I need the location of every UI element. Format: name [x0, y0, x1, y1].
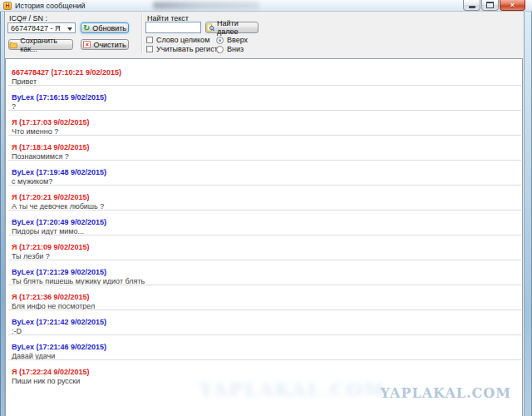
icq-sn-label: ICQ# / SN :	[9, 14, 47, 22]
minimize-icon	[469, 6, 475, 8]
maximize-icon	[486, 2, 494, 8]
folder-icon	[9, 41, 17, 49]
toolbar: ICQ# / SN : 667478427 - Я ↻ Обновить Сох…	[5, 12, 524, 58]
ghost-watermark: YAPLAKAL.COM	[200, 379, 386, 400]
title-bar[interactable]: H История сообщений ×	[0, 0, 532, 12]
find-next-button-label: Найти далее	[217, 19, 258, 36]
window-border-left	[0, 12, 5, 416]
toolbar-separator	[141, 13, 143, 54]
direction-up-label: Вверх	[227, 36, 248, 44]
find-next-button[interactable]: Найти далее	[205, 22, 259, 33]
message-item: 667478427 (17:10:21 9/02/2015) Привет	[6, 66, 522, 91]
message-header: Я (17:21:36 9/02/2015)	[12, 293, 515, 301]
refresh-button[interactable]: ↻ Обновить	[81, 22, 129, 33]
message-text: Пидоры идут мимо...	[12, 227, 515, 236]
message-header: ByLex (17:16:15 9/02/2015)	[12, 93, 515, 102]
message-item: ByLex (17:21:46 9/02/2015) Давай удачи	[6, 340, 522, 365]
window-controls: ×	[463, 0, 525, 11]
search-input[interactable]	[145, 22, 201, 33]
message-list: 667478427 (17:10:21 9/02/2015) Привет By…	[6, 59, 522, 390]
message-text: Бля инфо не посмотрел	[12, 302, 515, 311]
message-item: Я (17:20:21 9/02/2015) А ты че девочек л…	[6, 191, 522, 215]
radio-icon[interactable]	[216, 46, 224, 53]
window-title: История сообщений	[15, 2, 86, 10]
message-item: Я (17:21:36 9/02/2015) Бля инфо не посмо…	[6, 290, 522, 315]
maximize-button[interactable]	[481, 0, 499, 11]
history-app-icon: H	[3, 2, 12, 10]
message-header: ByLex (17:21:29 9/02/2015)	[12, 268, 515, 276]
close-button[interactable]: ×	[500, 0, 525, 11]
message-text: Давай удачи	[12, 352, 515, 361]
message-header: ByLex (17:21:46 9/02/2015)	[12, 343, 515, 351]
message-item: ByLex (17:20:49 9/02/2015) Пидоры идут м…	[6, 215, 522, 240]
refresh-button-label: Обновить	[92, 24, 126, 32]
message-text: с мужиком?	[12, 177, 515, 186]
message-header: 667478427 (17:10:21 9/02/2015)	[12, 68, 515, 77]
message-text: Ты лезби ?	[12, 252, 515, 261]
history-window: H История сообщений × ICQ# / SN : 667478…	[0, 0, 532, 416]
message-text: Познакомимся ?	[12, 152, 515, 161]
message-item: ByLex (17:21:42 9/02/2015) :-D	[6, 315, 522, 340]
message-item: ByLex (17:16:15 9/02/2015) ?	[6, 91, 522, 116]
save-as-button[interactable]: Сохранить как...	[8, 39, 73, 50]
message-header: Я (17:20:21 9/02/2015)	[12, 193, 515, 201]
checkbox-icon[interactable]	[146, 37, 153, 43]
save-as-button-label: Сохранить как...	[20, 37, 72, 53]
message-header: ByLex (17:19:48 9/02/2015)	[12, 168, 515, 176]
match-case-checkbox[interactable]: Учитывать регистр	[146, 45, 222, 53]
checkbox-icon[interactable]	[146, 46, 153, 52]
clear-button-label: Очистить	[93, 41, 126, 49]
watermark: YAPLAKAL.COM	[381, 385, 511, 401]
message-text: ?	[12, 102, 515, 111]
radio-icon[interactable]	[216, 37, 224, 44]
message-item: Я (17:21:09 9/02/2015) Ты лезби ?	[6, 240, 522, 265]
message-text: :-D	[12, 327, 515, 336]
message-text: Привет	[12, 77, 515, 87]
whole-word-label: Слово целиком	[156, 36, 209, 44]
message-text: Что именно ?	[12, 127, 515, 136]
message-text: А ты че девочек любишь ?	[12, 202, 515, 211]
message-header: Я (17:22:24 9/02/2015)	[12, 368, 515, 376]
clear-button[interactable]: × Очистить	[81, 39, 129, 50]
message-item: ByLex (17:19:48 9/02/2015) с мужиком?	[6, 166, 522, 191]
message-header: ByLex (17:20:49 9/02/2015)	[12, 218, 515, 226]
minimize-button[interactable]	[463, 0, 480, 11]
account-combobox-value: 667478427 - Я	[11, 24, 61, 32]
direction-down-label: Вниз	[227, 45, 244, 53]
censored-blur	[153, 2, 259, 9]
window-border-right	[524, 12, 532, 416]
direction-up-radio[interactable]: Вверх	[216, 36, 248, 44]
match-case-label: Учитывать регистр	[156, 45, 222, 53]
chevron-down-icon[interactable]	[67, 27, 72, 31]
message-header: Я (17:21:09 9/02/2015)	[12, 243, 515, 251]
message-item: Я (17:17:03 9/02/2015) Что именно ?	[6, 116, 522, 141]
message-item: ByLex (17:21:29 9/02/2015) Ты блять пише…	[6, 265, 522, 290]
message-item: Я (17:18:14 9/02/2015) Познакомимся ?	[6, 141, 522, 166]
clear-icon: ×	[83, 41, 91, 48]
close-icon: ×	[510, 0, 515, 10]
message-header: Я (17:17:03 9/02/2015)	[12, 118, 515, 126]
message-history-panel[interactable]: 667478427 (17:10:21 9/02/2015) Привет By…	[5, 58, 523, 416]
message-header: ByLex (17:21:42 9/02/2015)	[12, 318, 515, 326]
whole-word-checkbox[interactable]: Слово целиком	[146, 36, 209, 44]
account-combobox[interactable]: 667478427 - Я	[7, 22, 76, 33]
direction-down-radio[interactable]: Вниз	[216, 45, 244, 53]
refresh-icon: ↻	[83, 24, 90, 32]
message-text: Ты блять пишешь мужику идиот блять	[12, 277, 515, 286]
magnifier-icon	[206, 23, 214, 32]
message-header: Я (17:18:14 9/02/2015)	[12, 143, 515, 151]
